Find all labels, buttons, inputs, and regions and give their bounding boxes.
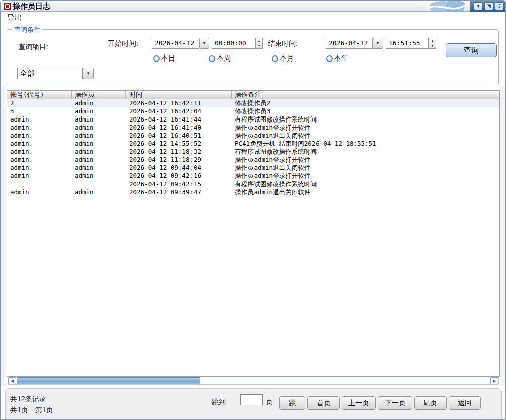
category-select[interactable]: 全部 bbox=[17, 68, 83, 79]
table-row[interactable]: adminadmin2026-04-12 14:55:52PC41免费开机 结束… bbox=[7, 140, 499, 148]
table-cell: admin bbox=[7, 188, 72, 196]
radio-icon[interactable] bbox=[153, 55, 160, 62]
table-row[interactable]: 3admin2026-04-12 16:42:04修改操作员3 bbox=[7, 107, 499, 115]
table-body: 2admin2026-04-12 16:42:11修改操作员23admin202… bbox=[7, 99, 499, 196]
table-row[interactable]: adminadmin2026-04-12 09:39:47操作员admin退出关… bbox=[7, 188, 499, 196]
column-header-account[interactable]: 帐号(代号) bbox=[7, 91, 72, 99]
end-time-spinner[interactable]: ▲ ▼ bbox=[429, 38, 436, 49]
scroll-right-icon[interactable]: ▶ bbox=[490, 377, 498, 384]
start-date-field[interactable]: 2026-04-12 bbox=[152, 38, 199, 49]
table-cell: 操作员admin登录打开软件 bbox=[232, 156, 499, 164]
group-title: 查询条件 bbox=[12, 25, 42, 34]
radio-label: 本年 bbox=[334, 54, 348, 63]
menu-bar: 导出 bbox=[1, 12, 506, 25]
first-page-button[interactable]: 首页 bbox=[307, 396, 340, 410]
window-title: 操作员日志 bbox=[13, 2, 50, 11]
table-cell: 2026-04-12 14:55:52 bbox=[126, 140, 232, 148]
horizontal-scrollbar[interactable]: ◀ ▶ bbox=[8, 377, 499, 385]
table-cell: admin bbox=[72, 172, 126, 180]
category-dropdown-icon[interactable]: ▼ bbox=[83, 68, 94, 79]
table-row[interactable]: 2admin2026-04-12 16:42:11修改操作员2 bbox=[7, 99, 499, 107]
table-row[interactable]: adminadmin2026-04-12 09:44:04操作员admin退出关… bbox=[7, 164, 499, 172]
radio-this-week[interactable]: 本周 bbox=[209, 54, 231, 63]
scrollbar-thumb[interactable] bbox=[17, 377, 200, 384]
start-time-field[interactable]: 00:00:00 bbox=[212, 38, 255, 49]
table-cell: admin bbox=[7, 148, 72, 156]
page-unit-label: 页 bbox=[266, 398, 273, 407]
table-cell: 2026-04-12 11:18:29 bbox=[126, 156, 232, 164]
table-cell: 操作员admin登录打开软件 bbox=[232, 124, 499, 132]
radio-today[interactable]: 本日 bbox=[153, 54, 175, 63]
column-header-operator[interactable]: 操作员 bbox=[72, 91, 126, 99]
radio-icon[interactable] bbox=[272, 55, 278, 62]
table-cell: 2026-04-12 16:41:44 bbox=[126, 115, 232, 124]
table-cell: admin bbox=[72, 115, 126, 124]
end-date-dropdown-icon[interactable]: ▼ bbox=[373, 38, 383, 49]
maximize-icon[interactable]: ◥ bbox=[484, 2, 493, 10]
spin-up-icon[interactable]: ▲ bbox=[429, 38, 436, 43]
table-cell: admin bbox=[72, 124, 126, 132]
table-row[interactable]: adminadmin2026-04-12 16:41:40操作员admin登录打… bbox=[7, 124, 499, 132]
scroll-left-icon[interactable]: ◀ bbox=[8, 377, 16, 384]
table-cell: 2026-04-12 16:41:40 bbox=[126, 124, 232, 132]
table-cell: 2 bbox=[7, 99, 72, 107]
return-button[interactable]: 返回 bbox=[449, 396, 481, 410]
left-margin bbox=[1, 86, 6, 386]
operator-log-window: 操作员日志 ▾ ◥ ∅ 导出 查询条件 查询项目: 开始时间: 2026-04-… bbox=[0, 0, 506, 420]
table-cell: admin bbox=[72, 107, 126, 115]
table-cell: 2026-04-12 16:42:04 bbox=[126, 107, 232, 115]
search-button[interactable]: 查询 bbox=[446, 43, 497, 57]
radio-this-year[interactable]: 本年 bbox=[326, 54, 348, 63]
title-bar: 操作员日志 ▾ ◥ ∅ bbox=[1, 1, 506, 12]
radio-icon[interactable] bbox=[326, 55, 333, 62]
end-time-field[interactable]: 16:51:55 bbox=[386, 38, 429, 49]
table-cell: admin bbox=[7, 164, 72, 172]
table-cell: admin bbox=[7, 115, 72, 124]
column-header-remark[interactable]: 操作备注 bbox=[232, 91, 499, 99]
table-cell: 2026-04-12 16:40:51 bbox=[126, 132, 232, 140]
table-cell: admin bbox=[72, 156, 126, 164]
table-row[interactable]: adminadmin2026-04-12 11:18:29操作员admin登录打… bbox=[7, 156, 499, 164]
table-row[interactable]: 2026-04-12 09:42:15有程序试图修改操作系统时间 bbox=[7, 180, 499, 188]
table-cell: admin bbox=[7, 172, 72, 180]
table-header: 帐号(代号) 操作员 时间 操作备注 bbox=[7, 91, 499, 99]
table-cell: admin bbox=[72, 140, 126, 148]
export-menu-item[interactable]: 导出 bbox=[7, 13, 22, 23]
last-page-button[interactable]: 尾页 bbox=[414, 396, 447, 410]
jump-button[interactable]: 跳 bbox=[279, 396, 305, 410]
start-time-label: 开始时间: bbox=[108, 39, 138, 48]
table-cell: admin bbox=[72, 188, 126, 196]
table-cell: 有程序试图修改操作系统时间 bbox=[232, 115, 499, 124]
radio-this-month[interactable]: 本月 bbox=[272, 54, 294, 63]
table-cell: 有程序试图修改操作系统时间 bbox=[232, 180, 499, 188]
table-row[interactable]: adminadmin2026-04-12 09:42:16操作员admin登录打… bbox=[7, 172, 499, 180]
table-cell: 修改操作员3 bbox=[232, 107, 499, 115]
table-cell: 2026-04-12 16:42:11 bbox=[126, 99, 232, 107]
start-time-spinner[interactable]: ▲ ▼ bbox=[255, 38, 263, 49]
end-date-field[interactable]: 2026-04-12 bbox=[326, 38, 373, 49]
radio-icon[interactable] bbox=[209, 55, 215, 62]
radio-label: 本日 bbox=[161, 54, 175, 63]
table-cell: admin bbox=[72, 164, 126, 172]
table-cell: admin bbox=[7, 140, 72, 148]
minimize-icon[interactable]: ▾ bbox=[474, 2, 483, 10]
end-time-label: 结束时间: bbox=[268, 39, 298, 48]
table-row[interactable]: adminadmin2026-04-12 11:18:32有程序试图修改操作系统… bbox=[7, 148, 499, 156]
start-date-dropdown-icon[interactable]: ▼ bbox=[199, 38, 209, 49]
close-icon[interactable]: ∅ bbox=[495, 2, 504, 10]
table-cell: 操作员admin退出关闭软件 bbox=[232, 164, 499, 172]
table-cell: admin bbox=[7, 156, 72, 164]
table-row[interactable]: adminadmin2026-04-12 16:40:51操作员admin退出关… bbox=[7, 132, 499, 140]
next-page-button[interactable]: 下一页 bbox=[378, 396, 412, 410]
table-cell bbox=[7, 180, 72, 188]
table-cell: 3 bbox=[7, 107, 72, 115]
jump-page-input[interactable] bbox=[240, 394, 263, 405]
spin-down-icon[interactable]: ▼ bbox=[429, 43, 436, 48]
table-cell: admin bbox=[72, 99, 126, 107]
spin-up-icon[interactable]: ▲ bbox=[256, 38, 262, 43]
table-cell: admin bbox=[7, 132, 72, 140]
column-header-time[interactable]: 时间 bbox=[126, 91, 232, 99]
spin-down-icon[interactable]: ▼ bbox=[256, 43, 262, 48]
prev-page-button[interactable]: 上一页 bbox=[342, 396, 376, 410]
table-row[interactable]: adminadmin2026-04-12 16:41:44有程序试图修改操作系统… bbox=[7, 115, 499, 124]
